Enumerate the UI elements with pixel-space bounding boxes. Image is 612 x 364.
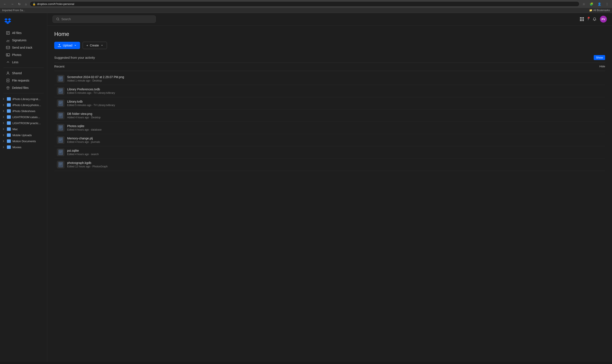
bookmark-icon[interactable]: ☆	[581, 1, 586, 7]
file-more-button[interactable]: ···	[596, 113, 602, 119]
table-row[interactable]: psi.sqlite Edited 4 hours ago · search ·…	[54, 146, 605, 158]
sidebar-folder-mac[interactable]: Mac	[0, 126, 47, 132]
file-more-button[interactable]: ···	[596, 88, 602, 94]
search-box	[52, 15, 156, 23]
recent-section-header: Recent Hide	[54, 65, 605, 68]
table-row[interactable]: Library Preferences.tvdb Edited 5 minute…	[54, 85, 605, 97]
sidebar-item-send-and-track[interactable]: Send and track	[2, 44, 45, 51]
sidebar-item-photos[interactable]: Photos	[2, 51, 45, 59]
sidebar-folder-motion-documents[interactable]: Motion Documents	[0, 138, 47, 144]
show-button[interactable]: Show	[594, 55, 605, 60]
sidebar-folder-lightroom-practic[interactable]: LIGHTROOM practic...	[0, 120, 47, 126]
sidebar-folder-iphoto-slideshows[interactable]: iPhoto Slideshows	[0, 108, 47, 114]
page-content: Home Upload + Create	[47, 26, 612, 176]
file-type-icon	[58, 125, 63, 130]
grid-view-button[interactable]	[580, 17, 584, 21]
reload-button[interactable]: ↻	[17, 1, 22, 7]
svg-rect-27	[59, 125, 63, 130]
file-info: Screenshot 2024-02-07 at 2.29.07 PM.png …	[67, 75, 596, 82]
file-name: DB folder view.png	[67, 112, 596, 116]
upload-button[interactable]: Upload	[54, 42, 80, 49]
svg-rect-4	[6, 46, 10, 49]
search-input[interactable]	[61, 17, 152, 21]
signatures-icon	[6, 38, 10, 42]
deleted-files-icon	[6, 86, 10, 90]
sidebar-folder-iphoto-migrat[interactable]: iPhoto Library.migrat...	[0, 96, 47, 102]
avatar[interactable]: PV	[600, 16, 607, 23]
folder-label-iphoto-photos: iPhoto Library.photos...	[13, 104, 41, 107]
menu-icon[interactable]: ⋮	[604, 1, 610, 7]
sidebar-item-signatures[interactable]: Signatures	[2, 37, 45, 44]
table-row[interactable]: Memory-change.plj Edited 4 hours ago · j…	[54, 134, 605, 146]
notifications-button[interactable]	[593, 17, 597, 21]
file-info: psi.sqlite Edited 4 hours ago · search	[67, 149, 596, 156]
file-meta: Edited 5 minutes ago · TV Library.tvlibr…	[67, 91, 596, 94]
file-requests-icon	[6, 78, 10, 82]
url-input[interactable]	[37, 2, 577, 6]
sidebar-item-file-requests[interactable]: File requests	[2, 77, 45, 84]
file-meta: Added 4 hours ago · Desktop	[67, 116, 596, 119]
help-button[interactable]: ?	[587, 17, 589, 21]
file-more-button[interactable]: ···	[596, 100, 602, 106]
forward-button[interactable]: →	[10, 1, 15, 7]
sidebar-folder-mobile-uploads[interactable]: Mobile Uploads	[0, 132, 47, 138]
table-row[interactable]: DB folder view.png Added 4 hours ago · D…	[54, 109, 605, 122]
table-row[interactable]: Photos.sqlite Edited 4 hours ago · datab…	[54, 122, 605, 134]
file-type-icon	[58, 76, 63, 81]
all-bookmarks-label[interactable]: All Bookmarks	[593, 9, 610, 12]
extensions-icon[interactable]: 🧩	[588, 1, 595, 7]
folder-label-movies: Movies	[13, 146, 21, 149]
file-icon-wrapper	[57, 136, 65, 144]
table-row[interactable]: photosgraph.kgdb Edited 12 hours ago · P…	[54, 158, 605, 171]
chevron-right-icon-8	[2, 139, 5, 143]
sidebar-folder-movies[interactable]: Movies	[0, 144, 47, 150]
browser-actions: ☆ 🧩 👤 ⋮	[581, 1, 610, 7]
bookmarks-right: 📁 All Bookmarks	[589, 9, 610, 12]
suggested-divider	[54, 63, 605, 63]
create-button[interactable]: + Create	[83, 42, 107, 49]
chevron-right-icon-2	[2, 103, 5, 107]
sidebar: All files Signatures Send and track Phot…	[0, 13, 47, 362]
folder-icon-small: 📁	[589, 9, 592, 12]
create-chevron-icon	[101, 44, 103, 47]
sidebar-folder-lightroom-catalo[interactable]: LIGHTROOM catalo...	[0, 114, 47, 120]
home-button[interactable]: ⌂	[24, 1, 28, 7]
folder-icon-mac	[7, 127, 11, 131]
file-name: Memory-change.plj	[67, 137, 596, 140]
chevron-right-icon-5	[2, 121, 5, 125]
svg-rect-15	[59, 88, 63, 94]
browser-toolbar: ← → ↻ ⌂ 🔒 ☆ 🧩 👤 ⋮	[0, 0, 612, 8]
folder-icon-lightroom-practic	[7, 121, 11, 125]
file-more-button[interactable]: ···	[596, 149, 602, 156]
table-row[interactable]: Library.tvdb Edited 5 minutes ago · TV L…	[54, 97, 605, 109]
file-more-button[interactable]: ···	[596, 125, 602, 131]
send-and-track-label: Send and track	[12, 46, 32, 49]
search-header: ? PV	[47, 13, 612, 26]
sidebar-divider-2	[3, 93, 44, 93]
table-row[interactable]: Screenshot 2024-02-07 at 2.29.07 PM.png …	[54, 73, 605, 85]
file-more-button[interactable]: ···	[596, 76, 602, 82]
chevron-right-icon-7	[2, 133, 5, 137]
sidebar-folder-iphoto-photos[interactable]: iPhoto Library.photos...	[0, 102, 47, 108]
suggested-title: Suggested from your activity	[54, 56, 95, 59]
back-button[interactable]: ←	[2, 1, 8, 7]
profile-circle-icon[interactable]: 👤	[596, 1, 602, 7]
folder-icon-lightroom-catalo	[7, 115, 11, 119]
chevron-right-icon-4	[2, 115, 5, 119]
sidebar-item-all-files[interactable]: All files	[2, 29, 45, 37]
file-icon-wrapper	[57, 75, 65, 83]
hide-button[interactable]: Hide	[599, 65, 605, 68]
bookmarks-imported[interactable]: Imported From Sa...	[2, 9, 25, 12]
file-icon-wrapper	[57, 161, 65, 169]
file-more-button[interactable]: ···	[596, 162, 602, 168]
lock-icon: 🔒	[32, 3, 36, 6]
folder-icon-motion-documents	[7, 139, 11, 143]
file-name: Photos.sqlite	[67, 124, 596, 128]
sidebar-item-deleted-files[interactable]: Deleted files	[2, 84, 45, 91]
sidebar-item-less[interactable]: Less	[2, 59, 45, 66]
chevron-right-icon-6	[2, 127, 5, 131]
file-list: Screenshot 2024-02-07 at 2.29.07 PM.png …	[54, 73, 605, 171]
chevron-right-icon-3	[2, 109, 5, 113]
file-more-button[interactable]: ···	[596, 137, 602, 143]
sidebar-item-shared[interactable]: Shared	[2, 69, 45, 77]
